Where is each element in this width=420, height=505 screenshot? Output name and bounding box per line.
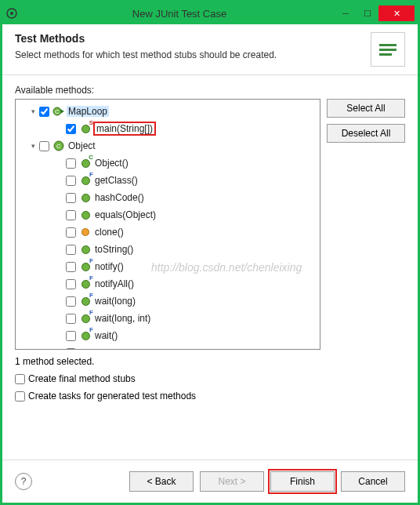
window-title: New JUnit Test Case xyxy=(24,8,335,20)
cancel-button[interactable]: Cancel xyxy=(341,471,405,492)
green-icon: F xyxy=(79,260,92,273)
header-banner-icon xyxy=(371,32,405,67)
method-label: wait(long) xyxy=(93,296,137,307)
green-icon: F xyxy=(79,278,92,290)
deselect-all-button[interactable]: Deselect All xyxy=(327,124,405,143)
titlebar: New JUnit Test Case ─ ☐ ✕ xyxy=(2,2,418,24)
green-icon xyxy=(79,243,92,256)
green-icon xyxy=(79,209,92,221)
method-checkbox[interactable] xyxy=(66,262,76,272)
tree-row[interactable]: Fwait() xyxy=(16,327,320,344)
method-label: toString() xyxy=(93,244,135,255)
method-label: Object xyxy=(67,140,97,151)
create-tasks-option[interactable]: Create tasks for generated test methods xyxy=(15,391,405,401)
method-checkbox[interactable] xyxy=(66,245,76,255)
tree-row[interactable]: Fwait(long, int) xyxy=(16,310,320,327)
close-button[interactable]: ✕ xyxy=(378,5,415,21)
methods-tree[interactable]: ▾CMapLoopSmain(String[])▾CObjectCObject(… xyxy=(15,99,320,350)
expand-toggle[interactable]: ▾ xyxy=(28,107,38,115)
orange-icon xyxy=(79,347,92,350)
app-icon xyxy=(5,7,18,20)
method-label: hashCode() xyxy=(93,192,146,203)
tree-row[interactable]: equals(Object) xyxy=(16,206,320,223)
tree-row[interactable]: Fwait(long) xyxy=(16,292,320,310)
dialog-window: New JUnit Test Case ─ ☐ ✕ Test Methods S… xyxy=(0,0,420,505)
svg-text:C: C xyxy=(56,143,61,150)
svg-marker-7 xyxy=(60,109,64,114)
green-icon: F xyxy=(79,174,92,187)
method-checkbox[interactable] xyxy=(39,141,49,151)
method-label: equals(Object) xyxy=(93,209,158,220)
tree-row[interactable]: Fnotify() xyxy=(16,258,320,275)
method-checkbox[interactable] xyxy=(66,348,76,351)
method-checkbox[interactable] xyxy=(66,124,76,134)
method-label: wait(long, int) xyxy=(93,313,152,324)
help-button[interactable]: ? xyxy=(15,473,32,490)
tree-row[interactable]: FgetClass() xyxy=(16,172,320,189)
final-stubs-checkbox[interactable] xyxy=(15,374,25,384)
tree-row[interactable]: finalize() xyxy=(16,344,320,350)
tree-label: Available methods: xyxy=(15,85,405,96)
method-checkbox[interactable] xyxy=(66,210,76,220)
green-icon: C xyxy=(79,157,92,169)
orange-icon xyxy=(79,226,92,238)
method-label: clone() xyxy=(93,227,125,238)
method-checkbox[interactable] xyxy=(66,296,76,307)
svg-rect-4 xyxy=(379,53,392,56)
tree-row[interactable]: FnotifyAll() xyxy=(16,275,320,292)
method-label: Object() xyxy=(93,158,130,169)
method-label: getClass() xyxy=(93,175,139,186)
green-icon: F xyxy=(79,295,92,307)
tree-row[interactable]: ▾CObject xyxy=(16,137,320,154)
create-tasks-label: Create tasks for generated test methods xyxy=(28,391,196,401)
header-title: Test Methods xyxy=(15,32,371,45)
tree-row[interactable]: ▾CMapLoop xyxy=(16,103,320,120)
method-label: MapLoop xyxy=(67,106,109,117)
final-stubs-option[interactable]: Create final method stubs xyxy=(15,373,405,384)
method-label: main(String[]) xyxy=(95,123,154,134)
method-checkbox[interactable] xyxy=(66,331,76,341)
next-button: Next > xyxy=(200,471,264,492)
tree-row[interactable]: CObject() xyxy=(16,154,320,172)
green-icon xyxy=(79,191,92,204)
method-checkbox[interactable] xyxy=(66,279,76,289)
svg-point-1 xyxy=(10,12,13,15)
finish-button[interactable]: Finish xyxy=(270,471,335,492)
header-description: Select methods for which test method stu… xyxy=(15,49,371,60)
green-icon: F xyxy=(79,312,92,325)
green-icon: F xyxy=(79,329,92,342)
svg-text:C: C xyxy=(55,108,60,115)
class-icon: C xyxy=(52,140,65,152)
method-label: wait() xyxy=(93,330,119,341)
method-label: finalize() xyxy=(93,347,132,350)
minimize-button[interactable]: ─ xyxy=(335,5,357,21)
dialog-header: Test Methods Select methods for which te… xyxy=(2,24,418,75)
green-icon: S xyxy=(79,122,92,135)
tree-row[interactable]: clone() xyxy=(16,223,320,241)
tree-row[interactable]: toString() xyxy=(16,241,320,258)
method-checkbox[interactable] xyxy=(66,314,76,324)
method-checkbox[interactable] xyxy=(39,107,49,117)
select-all-button[interactable]: Select All xyxy=(327,99,405,118)
create-tasks-checkbox[interactable] xyxy=(15,391,25,401)
method-checkbox[interactable] xyxy=(66,176,76,186)
back-button[interactable]: < Back xyxy=(129,471,194,492)
method-label: notifyAll() xyxy=(93,278,136,289)
maximize-button[interactable]: ☐ xyxy=(357,5,378,21)
method-checkbox[interactable] xyxy=(66,227,76,238)
final-stubs-label: Create final method stubs xyxy=(28,373,136,384)
expand-toggle[interactable]: ▾ xyxy=(28,142,38,150)
tree-row[interactable]: Smain(String[]) xyxy=(16,120,320,137)
svg-rect-3 xyxy=(379,49,396,51)
class-run-icon: C xyxy=(52,105,65,118)
method-label: notify() xyxy=(93,261,125,272)
method-checkbox[interactable] xyxy=(66,193,76,203)
selection-status: 1 method selected. xyxy=(15,356,405,367)
tree-row[interactable]: hashCode() xyxy=(16,189,320,206)
svg-rect-2 xyxy=(379,44,396,46)
dialog-footer: ? < Back Next > Finish Cancel xyxy=(2,460,418,503)
method-checkbox[interactable] xyxy=(66,158,76,169)
